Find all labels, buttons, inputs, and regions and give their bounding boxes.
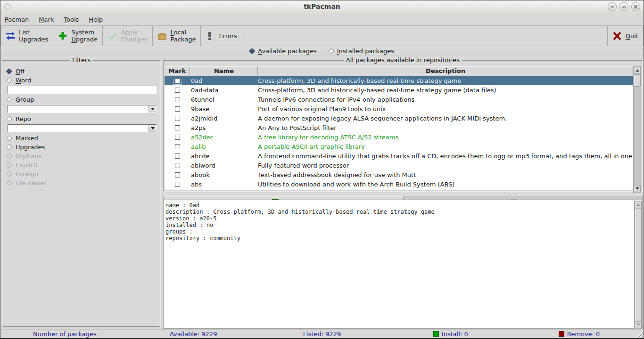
table-row[interactable]: abookText-based addressbook designed for… [165,170,633,179]
errors-button[interactable]: Errors [201,26,242,46]
apply-changes-label1: Apply [121,29,138,36]
mark-cell [165,116,190,121]
table-row[interactable]: aalibA portable ASCII art graphic librar… [165,142,633,151]
installed-packages-radio[interactable]: Installed packages [329,48,394,55]
scroll-up-button[interactable] [634,67,641,74]
table-header: Mark Name Description [165,66,633,75]
mark-checkbox[interactable] [175,106,180,112]
column-header-mark[interactable]: Mark [165,66,190,75]
filter-word-radio[interactable]: Word [7,76,156,85]
table-row[interactable]: abuseSide scroller action game that pits… [165,189,633,190]
radio-disabled-icon [6,171,12,177]
toolbar: ListUpgrades SystemUpgrade ApplyChanges … [0,25,644,46]
available-packages-radio[interactable]: Available packages [250,48,317,55]
scroll-down-button[interactable] [634,185,641,192]
mark-checkbox[interactable] [175,78,180,83]
scroll-up-button[interactable] [635,201,642,208]
package-description: Port of various original Plan9 tools to … [258,105,633,113]
packages-panel-title: All packages available in repositories [344,56,462,64]
package-description: Utilities to download and work with the … [258,181,633,188]
mark-checkbox[interactable] [175,97,180,102]
system-upgrade-button[interactable]: SystemUpgrade [53,26,103,46]
mark-checkbox[interactable] [175,153,180,159]
packages-panel: All packages available in repositories M… [163,60,643,192]
table-row[interactable]: 6tunnelTunnels IPv6 connections for IPv4… [165,95,633,104]
apply-changes-button: ApplyChanges [103,26,153,46]
window-close-button[interactable] [631,2,640,11]
table-row[interactable]: absUtilities to download and work with t… [165,179,633,189]
package-name: abook [190,171,258,178]
column-header-name[interactable]: Name [190,66,258,75]
mark-checkbox[interactable] [175,172,180,178]
scrollbar-thumb[interactable] [635,208,642,321]
repo-filter-combobox[interactable] [8,124,157,132]
table-row[interactable]: abiwordFully-featured word processor [165,161,633,170]
table-row[interactable]: a52decA free library for decoding ATSC A… [165,132,633,142]
table-row[interactable]: a2psAn Any to PostScript filter [165,123,633,132]
package-name: 6tunnel [190,96,258,103]
status-available: Available: 9229 [129,331,258,338]
filter-off-radio[interactable]: Off [7,67,156,76]
radio-unselected-icon [6,97,12,103]
info-scrollbar[interactable] [634,201,642,329]
package-description: A portable ASCII art graphic library [258,143,633,150]
radio-selected-icon [6,68,12,74]
word-filter-input[interactable] [8,86,157,94]
filter-file-owner-radio: File owner [7,178,156,187]
table-row[interactable]: 0adCross-platform, 3D and historically-b… [165,76,633,85]
package-info-text[interactable]: name : 0ad description : Cross-platform,… [163,200,643,329]
table-row[interactable]: abcdeA frontend command-line utility tha… [165,151,633,161]
mark-checkbox[interactable] [175,163,180,168]
info-line: installed : no [165,222,642,228]
combobox-dropdown-button[interactable] [149,125,156,132]
window-menu-button[interactable] [4,3,11,10]
apply-changes-label2: Changes [121,36,148,43]
local-package-label2: Package [171,36,196,43]
table-row[interactable]: a2jmididA daemon for exposing legacy ALS… [165,113,633,123]
list-upgrades-button[interactable]: ListUpgrades [0,26,53,46]
statusbar: Number of packages Available: 9229 Liste… [0,329,644,338]
mark-checkbox[interactable] [175,135,180,140]
package-name: abcde [190,153,258,160]
filter-group-radio[interactable]: Group [7,95,156,104]
table-scrollbar[interactable] [633,66,641,193]
status-packages-label: Number of packages [0,331,129,338]
local-package-button[interactable]: LocalPackage [153,26,201,46]
column-header-description[interactable]: Description [258,66,633,75]
filter-repo-radio[interactable]: Repo [7,114,156,123]
combobox-dropdown-button[interactable] [149,105,156,113]
dropdown-arrow-icon [151,127,155,129]
scrollbar-thumb[interactable] [634,74,641,87]
window-shade-button[interactable] [608,2,617,11]
menu-pacman[interactable]: Pacman [1,15,32,24]
menu-mark[interactable]: Mark [35,15,57,24]
menu-help[interactable]: Help [85,15,106,24]
list-upgrades-label1: List [19,29,30,36]
mark-cell [165,163,190,168]
group-filter-combobox[interactable] [8,105,157,113]
package-table-body: 0adCross-platform, 3D and historically-b… [165,76,633,190]
menu-tools[interactable]: Tools [60,15,82,24]
package-name: a52dec [190,134,258,141]
dropdown-arrow-icon [151,108,155,110]
package-description: Text-based addressbook designed for use … [258,171,633,178]
filter-marked-radio[interactable]: Marked [7,134,156,143]
mark-cell [165,106,190,112]
mark-checkbox[interactable] [175,182,180,187]
window-maximize-button[interactable] [619,2,628,11]
table-row[interactable]: 9basePort of various original Plan9 tool… [165,104,633,113]
table-row[interactable]: 0ad-dataCross-platform, 3D and historica… [165,85,633,95]
quit-button[interactable]: Quit [607,26,644,46]
scroll-down-button[interactable] [635,321,642,328]
arrow-up-icon [636,69,639,72]
mark-checkbox[interactable] [175,116,180,121]
package-description: Cross-platform, 3D and historically-base… [258,87,633,94]
info-line: name : 0ad [165,202,642,209]
filter-upgrades-radio[interactable]: Upgrades [7,143,156,152]
mark-checkbox[interactable] [175,125,180,130]
package-name: 0ad [190,77,258,84]
mark-checkbox[interactable] [175,88,180,93]
sync-arrows-icon [5,31,16,41]
mark-checkbox[interactable] [175,144,180,149]
window-controls [608,2,644,11]
